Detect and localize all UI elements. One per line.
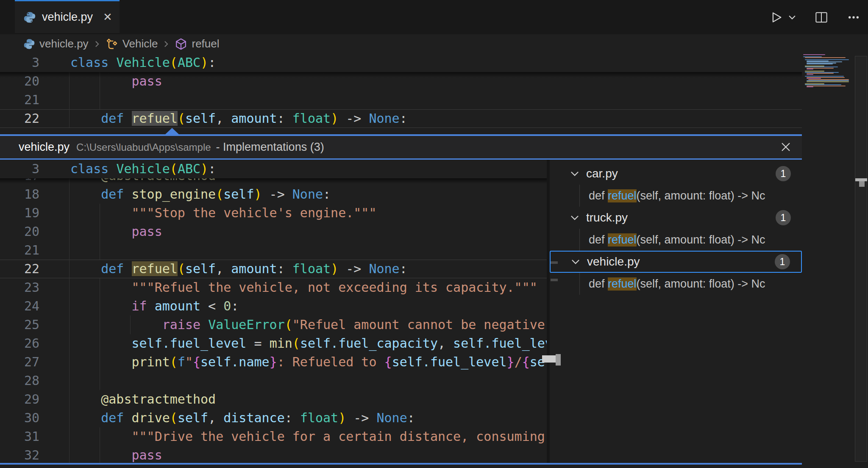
- peek-file-path: C:\Users\luabud\Apps\sample: [76, 141, 211, 153]
- indent-guide: [69, 91, 70, 109]
- scrollbar-marker: [859, 181, 865, 187]
- breadcrumb-item-file[interactable]: vehicle.py: [23, 37, 89, 50]
- scrollbar[interactable]: [855, 56, 867, 462]
- code-line[interactable]: 21: [0, 241, 547, 260]
- tab-vehicle-py[interactable]: vehicle.py ✕: [15, 0, 120, 33]
- peek-body: 17 @abstractmethod 3class Vehicle(ABC): …: [0, 160, 802, 463]
- code-line[interactable]: 24 if amount < 0:: [0, 297, 547, 316]
- indent-guide: [100, 371, 100, 390]
- sticky-code-line[interactable]: 3class Vehicle(ABC):: [0, 160, 547, 178]
- indent-guide: [69, 371, 70, 390]
- reference-item[interactable]: def refuel(self, amount: float) -> Nc: [550, 273, 802, 295]
- peek-title: vehicle.py: [19, 141, 70, 154]
- breadcrumb-label: vehicle.py: [39, 37, 89, 50]
- sticky-scroll-line[interactable]: 3class Vehicle(ABC):: [0, 160, 547, 178]
- breadcrumb-item-method[interactable]: refuel: [175, 37, 219, 50]
- chevron-down-icon[interactable]: [569, 212, 580, 223]
- code-line[interactable]: 23 """Refuel the vehicle, not exceeding …: [0, 278, 547, 297]
- reference-count-badge: 1: [776, 166, 791, 181]
- line-number: 23: [0, 278, 39, 297]
- code-line[interactable]: 29 @abstractmethod: [0, 390, 547, 409]
- code-text: if amount < 0:: [70, 297, 239, 316]
- breadcrumb-label: refuel: [192, 37, 219, 50]
- code-line[interactable]: 21: [0, 91, 802, 109]
- line-number: 18: [0, 185, 39, 204]
- code-text: class Vehicle(ABC):: [70, 53, 216, 72]
- chevron-down-icon[interactable]: [570, 256, 581, 267]
- more-actions-button[interactable]: [847, 11, 860, 24]
- line-number: 3: [0, 160, 39, 178]
- code-line[interactable]: 20 pass: [0, 222, 547, 241]
- tree-indent-guide: [579, 273, 580, 295]
- line-number: 19: [0, 204, 39, 222]
- line-number: 20: [0, 222, 39, 241]
- code-line[interactable]: 25 raise ValueError("Refuel amount canno…: [0, 316, 547, 334]
- code-line[interactable]: 18 def stop_engine(self) -> None:: [0, 185, 547, 204]
- scrollbar-marker: [855, 178, 867, 181]
- minimap[interactable]: [803, 54, 849, 89]
- code-line[interactable]: 28: [0, 371, 547, 390]
- peek-meta: - Implementations (3): [216, 141, 324, 154]
- chevron-right-icon: [162, 40, 170, 48]
- sticky-code-line[interactable]: 3class Vehicle(ABC):: [0, 53, 802, 72]
- reference-file-truck-py[interactable]: truck.py1: [550, 207, 802, 229]
- indent-guide: [69, 185, 70, 204]
- indent-guide: [69, 204, 70, 222]
- peek-code-area[interactable]: 18 def stop_engine(self) -> None:19 """S…: [0, 185, 547, 463]
- peek-header-border: [0, 158, 802, 160]
- run-dropdown-button[interactable]: [787, 13, 797, 22]
- code-line[interactable]: 19 """Stop the vehicle's engine.""": [0, 204, 547, 222]
- tree-indent-guide: [579, 229, 580, 251]
- line-number: 27: [0, 353, 39, 371]
- editor-code-area[interactable]: 20 pass2122 def refuel(self, amount: flo…: [0, 72, 802, 128]
- code-text: raise ValueError("Refuel amount cannot b…: [70, 316, 547, 334]
- indent-guide: [69, 109, 70, 128]
- run-button[interactable]: [769, 10, 783, 25]
- sticky-scroll-line[interactable]: 3class Vehicle(ABC):: [0, 53, 802, 72]
- file-name: car.py: [586, 167, 618, 180]
- code-text: @abstractmethod: [70, 390, 216, 409]
- line-number: 29: [0, 390, 39, 409]
- symbol-method-icon: [175, 38, 187, 50]
- code-line[interactable]: 27 print(f"{self.name}: Refueled to {sel…: [0, 353, 547, 371]
- peek-editor[interactable]: 17 @abstractmethod 3class Vehicle(ABC): …: [0, 160, 547, 463]
- code-line[interactable]: 30 def drive(self, distance: float) -> N…: [0, 409, 547, 427]
- code-text: def refuel(self, amount: float) -> None:: [70, 109, 407, 128]
- chevron-down-icon[interactable]: [569, 168, 580, 179]
- line-number: 30: [0, 409, 39, 427]
- references-list: car.py1def refuel(self, amount: float) -…: [550, 160, 802, 463]
- indent-guide: [69, 297, 70, 316]
- code-line[interactable]: 31 """Drive the vehicle for a certain di…: [0, 427, 547, 446]
- peek-pane-divider[interactable]: [547, 160, 550, 463]
- vscode-editor: vehicle.py ✕: [0, 0, 868, 468]
- code-text: print(f"{self.name}: Refueled to {self.f…: [70, 353, 547, 371]
- line-number: 22: [0, 260, 39, 278]
- symbol-class-icon: [106, 38, 118, 50]
- code-line[interactable]: 22 def refuel(self, amount: float) -> No…: [0, 109, 802, 128]
- indent-guide: [69, 353, 70, 371]
- peek-header[interactable]: vehicle.py C:\Users\luabud\Apps\sample -…: [0, 136, 802, 158]
- code-line[interactable]: 22 def refuel(self, amount: float) -> No…: [0, 260, 547, 278]
- file-name: truck.py: [586, 211, 628, 224]
- line-number: 28: [0, 371, 39, 390]
- reference-item[interactable]: def refuel(self, amount: float) -> Nc: [550, 185, 802, 207]
- indent-guide: [69, 278, 70, 297]
- code-line[interactable]: 26 self.fuel_level = min(self.fuel_capac…: [0, 334, 547, 353]
- indent-guide: [69, 390, 70, 409]
- line-number: 3: [0, 53, 39, 72]
- indent-guide: [69, 316, 70, 334]
- breadcrumb-item-class[interactable]: Vehicle: [106, 37, 158, 50]
- chevron-right-icon: [93, 40, 101, 48]
- code-line[interactable]: 32 pass: [0, 446, 547, 463]
- indent-guide: [69, 260, 70, 278]
- split-editor-button[interactable]: [815, 11, 828, 24]
- indent-guide: [69, 446, 70, 463]
- close-icon[interactable]: ✕: [103, 11, 112, 24]
- reference-file-vehicle-py[interactable]: vehicle.py1: [550, 251, 802, 273]
- reference-item[interactable]: def refuel(self, amount: float) -> Nc: [550, 229, 802, 251]
- close-icon[interactable]: [779, 140, 793, 155]
- python-file-icon: [23, 38, 35, 50]
- line-number: 21: [0, 241, 39, 260]
- reference-file-car-py[interactable]: car.py1: [550, 163, 802, 185]
- file-name: vehicle.py: [587, 255, 640, 269]
